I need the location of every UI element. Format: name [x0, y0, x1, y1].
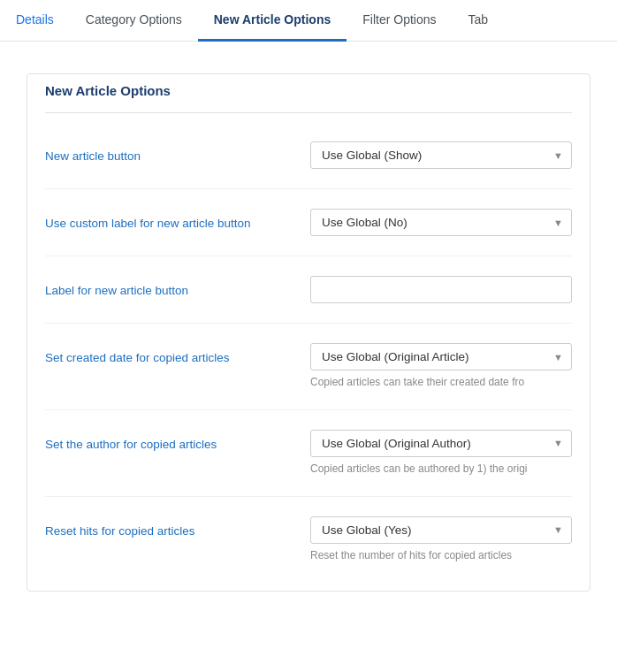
label-new-article-button: New article button: [45, 141, 310, 165]
form-row-label-new-article: Label for new article button: [45, 256, 572, 324]
form-row-reset-hits: Reset hits for copied articles Use Globa…: [45, 497, 572, 583]
select-new-article-button[interactable]: Use Global (Show) Show Hide: [310, 141, 572, 169]
select-wrapper-set-created-date: Use Global (Original Article) Original A…: [310, 343, 572, 370]
label-use-custom-label: Use custom label for new article button: [45, 209, 310, 233]
select-set-author[interactable]: Use Global (Original Author) Original Au…: [310, 430, 572, 457]
control-set-created-date: Use Global (Original Article) Original A…: [310, 343, 572, 390]
label-set-created-date: Set created date for copied articles: [45, 343, 310, 367]
section-title: New Article Options: [45, 74, 572, 113]
input-label-new-article[interactable]: [310, 276, 572, 303]
select-wrapper-new-article-button: Use Global (Show) Show Hide ▼: [310, 141, 572, 169]
tab-category-options[interactable]: Category Options: [70, 0, 198, 42]
content-area: New Article Options New article button U…: [0, 42, 617, 609]
tab-bar: Details Category Options New Article Opt…: [0, 0, 617, 42]
label-reset-hits: Reset hits for copied articles: [45, 516, 310, 540]
label-label-new-article: Label for new article button: [45, 276, 310, 300]
select-set-created-date[interactable]: Use Global (Original Article) Original A…: [310, 343, 572, 370]
control-set-author: Use Global (Original Author) Original Au…: [310, 430, 572, 477]
form-row-use-custom-label: Use custom label for new article button …: [45, 189, 572, 256]
select-reset-hits[interactable]: Use Global (Yes) Yes No: [310, 516, 572, 544]
hint-set-author: Copied articles can be authored by 1) th…: [310, 462, 572, 477]
tab-filter-options[interactable]: Filter Options: [347, 0, 452, 42]
hint-reset-hits: Reset the number of hits for copied arti…: [310, 548, 572, 563]
form-row-new-article-button: New article button Use Global (Show) Sho…: [45, 122, 572, 189]
hint-set-created-date: Copied articles can take their created d…: [310, 375, 572, 390]
control-new-article-button: Use Global (Show) Show Hide ▼: [310, 141, 572, 169]
tab-new-article-options[interactable]: New Article Options: [198, 0, 347, 42]
control-label-new-article: [310, 276, 572, 303]
new-article-options-section: New Article Options New article button U…: [27, 73, 590, 592]
select-wrapper-set-author: Use Global (Original Author) Original Au…: [310, 430, 572, 457]
control-reset-hits: Use Global (Yes) Yes No ▼ Reset the numb…: [310, 516, 572, 563]
form-row-set-author: Set the author for copied articles Use G…: [45, 410, 572, 497]
tab-details[interactable]: Details: [0, 0, 70, 42]
select-use-custom-label[interactable]: Use Global (No) Yes No: [310, 209, 572, 236]
label-set-author: Set the author for copied articles: [45, 430, 310, 454]
tab-table[interactable]: Tab: [453, 0, 505, 42]
select-wrapper-use-custom-label: Use Global (No) Yes No ▼: [310, 209, 572, 236]
control-use-custom-label: Use Global (No) Yes No ▼: [310, 209, 572, 236]
select-wrapper-reset-hits: Use Global (Yes) Yes No ▼: [310, 516, 572, 544]
form-row-set-created-date: Set created date for copied articles Use…: [45, 324, 572, 410]
